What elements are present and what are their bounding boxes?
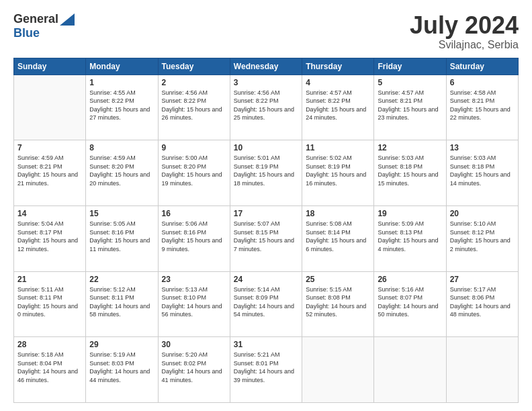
- table-row: 21Sunrise: 5:11 AM Sunset: 8:11 PM Dayli…: [14, 271, 86, 337]
- day-number: 17: [234, 209, 298, 218]
- day-info: Sunrise: 5:17 AM Sunset: 8:06 PM Dayligh…: [450, 285, 515, 319]
- col-tuesday: Tuesday: [158, 58, 230, 75]
- table-row: 29Sunrise: 5:19 AM Sunset: 8:03 PM Dayli…: [86, 337, 158, 403]
- table-row: 3Sunrise: 4:56 AM Sunset: 8:22 PM Daylig…: [230, 75, 302, 140]
- col-thursday: Thursday: [302, 58, 374, 75]
- day-number: 18: [306, 209, 370, 218]
- table-row: 9Sunrise: 5:00 AM Sunset: 8:20 PM Daylig…: [158, 140, 230, 206]
- table-row: 20Sunrise: 5:10 AM Sunset: 8:12 PM Dayli…: [446, 205, 518, 271]
- table-row: 24Sunrise: 5:14 AM Sunset: 8:09 PM Dayli…: [230, 271, 302, 337]
- table-row: 8Sunrise: 4:59 AM Sunset: 8:20 PM Daylig…: [86, 140, 158, 206]
- day-info: Sunrise: 5:20 AM Sunset: 8:02 PM Dayligh…: [162, 351, 226, 384]
- day-number: 30: [162, 340, 226, 349]
- day-number: 23: [162, 275, 226, 284]
- day-info: Sunrise: 5:21 AM Sunset: 8:01 PM Dayligh…: [234, 351, 298, 384]
- day-number: 4: [306, 78, 370, 87]
- day-info: Sunrise: 5:11 AM Sunset: 8:11 PM Dayligh…: [17, 285, 82, 319]
- day-info: Sunrise: 5:00 AM Sunset: 8:20 PM Dayligh…: [162, 154, 226, 187]
- day-number: 13: [450, 143, 515, 152]
- table-row: 15Sunrise: 5:05 AM Sunset: 8:16 PM Dayli…: [86, 205, 158, 271]
- table-row: 11Sunrise: 5:02 AM Sunset: 8:19 PM Dayli…: [302, 140, 374, 206]
- day-number: 25: [306, 275, 370, 284]
- day-number: 29: [89, 340, 154, 349]
- calendar-week-row: 28Sunrise: 5:18 AM Sunset: 8:04 PM Dayli…: [14, 337, 519, 403]
- day-number: 11: [306, 143, 370, 152]
- day-info: Sunrise: 4:59 AM Sunset: 8:20 PM Dayligh…: [89, 154, 154, 187]
- calendar-week-row: 1Sunrise: 4:55 AM Sunset: 8:22 PM Daylig…: [14, 75, 519, 140]
- table-row: 27Sunrise: 5:17 AM Sunset: 8:06 PM Dayli…: [446, 271, 518, 337]
- table-row: [302, 337, 374, 403]
- day-info: Sunrise: 5:07 AM Sunset: 8:15 PM Dayligh…: [234, 220, 298, 253]
- day-info: Sunrise: 5:16 AM Sunset: 8:07 PM Dayligh…: [378, 285, 442, 319]
- day-info: Sunrise: 5:18 AM Sunset: 8:04 PM Dayligh…: [17, 351, 82, 384]
- day-number: 21: [17, 275, 82, 284]
- day-number: 9: [162, 143, 226, 152]
- table-row: 28Sunrise: 5:18 AM Sunset: 8:04 PM Dayli…: [14, 337, 86, 403]
- month-title: July 2024: [410, 12, 519, 39]
- day-number: 22: [89, 275, 154, 284]
- table-row: 26Sunrise: 5:16 AM Sunset: 8:07 PM Dayli…: [374, 271, 446, 337]
- day-info: Sunrise: 5:04 AM Sunset: 8:17 PM Dayligh…: [17, 220, 82, 253]
- day-info: Sunrise: 4:58 AM Sunset: 8:21 PM Dayligh…: [450, 89, 515, 122]
- table-row: 10Sunrise: 5:01 AM Sunset: 8:19 PM Dayli…: [230, 140, 302, 206]
- day-number: 28: [17, 340, 82, 349]
- day-info: Sunrise: 5:03 AM Sunset: 8:18 PM Dayligh…: [378, 154, 442, 187]
- table-row: 19Sunrise: 5:09 AM Sunset: 8:13 PM Dayli…: [374, 205, 446, 271]
- day-number: 31: [234, 340, 298, 349]
- day-info: Sunrise: 4:57 AM Sunset: 8:21 PM Dayligh…: [378, 89, 442, 122]
- table-row: 31Sunrise: 5:21 AM Sunset: 8:01 PM Dayli…: [230, 337, 302, 403]
- col-monday: Monday: [86, 58, 158, 75]
- day-info: Sunrise: 5:09 AM Sunset: 8:13 PM Dayligh…: [378, 220, 442, 253]
- day-info: Sunrise: 5:10 AM Sunset: 8:12 PM Dayligh…: [450, 220, 515, 253]
- page: General Blue July 2024 Svilajnac, Serbia…: [0, 0, 532, 411]
- calendar-week-row: 14Sunrise: 5:04 AM Sunset: 8:17 PM Dayli…: [14, 205, 519, 271]
- table-row: 23Sunrise: 5:13 AM Sunset: 8:10 PM Dayli…: [158, 271, 230, 337]
- day-number: 1: [89, 78, 154, 87]
- day-number: 20: [450, 209, 515, 218]
- day-number: 26: [378, 275, 442, 284]
- day-info: Sunrise: 5:02 AM Sunset: 8:19 PM Dayligh…: [306, 154, 370, 187]
- day-number: 2: [162, 78, 226, 87]
- day-number: 8: [89, 143, 154, 152]
- table-row: 25Sunrise: 5:15 AM Sunset: 8:08 PM Dayli…: [302, 271, 374, 337]
- day-number: 24: [234, 275, 298, 284]
- col-wednesday: Wednesday: [230, 58, 302, 75]
- table-row: [446, 337, 518, 403]
- col-sunday: Sunday: [14, 58, 86, 75]
- logo-general-text: General: [13, 12, 58, 26]
- table-row: 13Sunrise: 5:03 AM Sunset: 8:18 PM Dayli…: [446, 140, 518, 206]
- day-info: Sunrise: 5:15 AM Sunset: 8:08 PM Dayligh…: [306, 285, 370, 319]
- day-number: 15: [89, 209, 154, 218]
- day-number: 6: [450, 78, 515, 87]
- title-block: July 2024 Svilajnac, Serbia: [410, 12, 519, 51]
- day-info: Sunrise: 5:13 AM Sunset: 8:10 PM Dayligh…: [162, 285, 226, 319]
- day-number: 12: [378, 143, 442, 152]
- day-info: Sunrise: 5:05 AM Sunset: 8:16 PM Dayligh…: [89, 220, 154, 253]
- table-row: 7Sunrise: 4:59 AM Sunset: 8:21 PM Daylig…: [14, 140, 86, 206]
- logo-icon: [60, 13, 75, 26]
- table-row: 2Sunrise: 4:56 AM Sunset: 8:22 PM Daylig…: [158, 75, 230, 140]
- table-row: 14Sunrise: 5:04 AM Sunset: 8:17 PM Dayli…: [14, 205, 86, 271]
- day-info: Sunrise: 4:56 AM Sunset: 8:22 PM Dayligh…: [162, 89, 226, 122]
- day-number: 16: [162, 209, 226, 218]
- table-row: 6Sunrise: 4:58 AM Sunset: 8:21 PM Daylig…: [446, 75, 518, 140]
- table-row: [374, 337, 446, 403]
- table-row: 30Sunrise: 5:20 AM Sunset: 8:02 PM Dayli…: [158, 337, 230, 403]
- day-info: Sunrise: 5:19 AM Sunset: 8:03 PM Dayligh…: [89, 351, 154, 384]
- day-number: 3: [234, 78, 298, 87]
- day-info: Sunrise: 5:12 AM Sunset: 8:11 PM Dayligh…: [89, 285, 154, 319]
- table-row: 12Sunrise: 5:03 AM Sunset: 8:18 PM Dayli…: [374, 140, 446, 206]
- logo-blue-text: Blue: [13, 26, 40, 40]
- calendar-header-row: Sunday Monday Tuesday Wednesday Thursday…: [14, 58, 519, 75]
- day-number: 5: [378, 78, 442, 87]
- day-number: 10: [234, 143, 298, 152]
- day-number: 7: [17, 143, 82, 152]
- calendar-table: Sunday Monday Tuesday Wednesday Thursday…: [13, 58, 519, 403]
- table-row: [14, 75, 86, 140]
- col-friday: Friday: [374, 58, 446, 75]
- table-row: 4Sunrise: 4:57 AM Sunset: 8:22 PM Daylig…: [302, 75, 374, 140]
- day-number: 19: [378, 209, 442, 218]
- table-row: 17Sunrise: 5:07 AM Sunset: 8:15 PM Dayli…: [230, 205, 302, 271]
- header: General Blue July 2024 Svilajnac, Serbia: [13, 12, 519, 51]
- table-row: 16Sunrise: 5:06 AM Sunset: 8:16 PM Dayli…: [158, 205, 230, 271]
